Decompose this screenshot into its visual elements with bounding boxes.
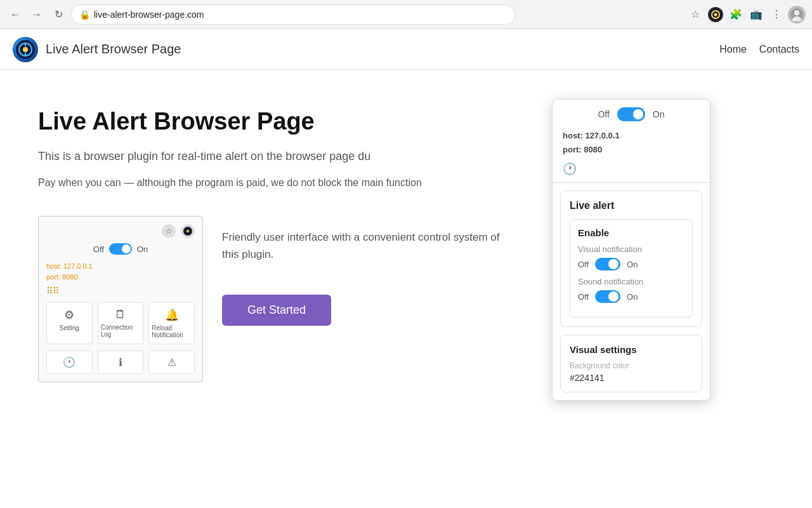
port-value: 8080 bbox=[584, 145, 602, 154]
sound-on-label: On bbox=[627, 292, 638, 302]
preview-dots: ⠿⠿ bbox=[46, 286, 195, 296]
browser-chrome: ← → ↻ 🔒 live-alert-browser-page.com ☆ 🧩 … bbox=[0, 0, 812, 29]
page-desc: This is a browser plugin for real-time a… bbox=[38, 148, 533, 165]
bookmark-button[interactable]: ☆ bbox=[686, 6, 704, 23]
preview-off-label: Off bbox=[93, 244, 104, 254]
setting-icon: ⚙ bbox=[64, 308, 74, 322]
preview-topbar: ☆ bbox=[46, 224, 195, 238]
visual-settings-title: Visual settings bbox=[570, 344, 693, 355]
preview-connection-log-cell: 🗒 Connection Log bbox=[98, 302, 144, 344]
back-button[interactable]: ← bbox=[6, 6, 24, 23]
preview-host: host: 127.0.0.1 bbox=[46, 261, 195, 272]
puzzle-button[interactable]: 🧩 bbox=[727, 6, 745, 23]
reload-label: Reload Notification bbox=[152, 324, 192, 338]
preview-reload-cell: 🔔 Reload Notification bbox=[148, 302, 195, 344]
plugin-preview: ☆ Off On host: 127.0.0.1 port: 80 bbox=[38, 216, 203, 382]
svg-point-12 bbox=[187, 230, 189, 232]
sound-notif-label: Sound notification bbox=[578, 277, 684, 286]
popup-off-label: Off bbox=[598, 109, 609, 119]
popup-panel: Off On host: 127.0.0.1 port: 8080 🕐 bbox=[552, 99, 710, 401]
navbar: Live Alert Browser Page Home Contacts bbox=[0, 29, 812, 70]
preview-star-icon: ☆ bbox=[162, 224, 176, 238]
reload-icon: 🔔 bbox=[165, 308, 179, 322]
preview-toggle[interactable] bbox=[109, 243, 132, 255]
setting-label: Setting bbox=[60, 324, 79, 331]
cast-button[interactable]: 📺 bbox=[747, 6, 765, 23]
navbar-nav: Home Contacts bbox=[719, 44, 799, 55]
visual-notif-toggle-row: Off On bbox=[578, 258, 684, 271]
svg-point-8 bbox=[23, 47, 28, 52]
visual-notif-toggle[interactable] bbox=[595, 258, 620, 271]
host-line: host: 127.0.0.1 bbox=[563, 129, 700, 143]
sound-off-label: Off bbox=[578, 292, 589, 302]
enable-card: Enable Visual notification Off On Sound … bbox=[570, 219, 693, 318]
browser-actions: ☆ 🧩 📺 ⋮ bbox=[686, 6, 806, 23]
menu-button[interactable]: ⋮ bbox=[768, 6, 785, 23]
side-text-heading: Friendly user interface with a convenien… bbox=[222, 229, 514, 263]
live-alert-section: Live alert Enable Visual notification Of… bbox=[560, 190, 702, 327]
plugin-icon bbox=[708, 7, 723, 22]
sound-notif-row: Sound notification Off On bbox=[578, 277, 684, 303]
preview-on-label: On bbox=[137, 244, 148, 254]
nav-contacts[interactable]: Contacts bbox=[759, 44, 799, 55]
page-heading: Live Alert Browser Page bbox=[38, 108, 533, 135]
svg-point-4 bbox=[794, 10, 799, 15]
popup-main-toggle[interactable] bbox=[617, 107, 645, 121]
brand-title: Live Alert Browser Page bbox=[46, 42, 181, 57]
preview-info-icon: ℹ bbox=[98, 351, 144, 374]
port-line: port: 8080 bbox=[563, 143, 700, 157]
visual-notif-label: Visual notification bbox=[578, 244, 684, 254]
clock-icon: 🕐 bbox=[563, 163, 577, 175]
preview-alert-icon: ⚠ bbox=[148, 351, 195, 374]
clock-icon-row: 🕐 bbox=[563, 162, 700, 176]
preview-port: port: 8080 bbox=[46, 272, 195, 283]
preview-plugin-icon bbox=[181, 224, 195, 238]
page-note: Pay when you can — although the program … bbox=[38, 175, 533, 190]
connection-log-icon: 🗒 bbox=[115, 308, 126, 321]
nav-home[interactable]: Home bbox=[719, 44, 747, 55]
page-wrapper: Live Alert Browser Page Home Contacts Li… bbox=[0, 29, 812, 508]
visual-on-label: On bbox=[627, 260, 638, 269]
live-alert-title: Live alert bbox=[570, 200, 693, 211]
address-bar[interactable]: 🔒 live-alert-browser-page.com bbox=[71, 4, 515, 25]
side-text: Friendly user interface with a convenien… bbox=[203, 216, 533, 338]
lock-icon: 🔒 bbox=[79, 10, 90, 20]
host-label: host: bbox=[563, 131, 583, 140]
sound-notif-toggle-row: Off On bbox=[578, 290, 684, 303]
port-label: port: bbox=[563, 145, 582, 154]
popup-toggle-row: Off On bbox=[563, 107, 700, 121]
reload-button[interactable]: ↻ bbox=[49, 6, 67, 23]
host-value: 127.0.0.1 bbox=[585, 131, 619, 140]
preview-toggle-row: Off On bbox=[46, 243, 195, 255]
url-text: live-alert-browser-page.com bbox=[94, 10, 204, 20]
sound-notif-toggle[interactable] bbox=[595, 290, 620, 303]
preview-bottom-row: 🕐 ℹ ⚠ bbox=[46, 351, 195, 374]
bg-color-value: #224141 bbox=[570, 373, 693, 383]
visual-settings-section: Visual settings Background color #224141 bbox=[560, 335, 702, 392]
preview-clock-icon: 🕐 bbox=[46, 351, 93, 374]
profile-avatar[interactable] bbox=[788, 6, 806, 23]
brand-icon bbox=[13, 37, 38, 62]
preview-icons-grid: ⚙ Setting 🗒 Connection Log 🔔 Reload Noti… bbox=[46, 302, 195, 344]
popup-top: Off On host: 127.0.0.1 port: 8080 🕐 bbox=[553, 100, 710, 183]
preview-host-info: host: 127.0.0.1 port: 8080 bbox=[46, 261, 195, 282]
host-info: host: 127.0.0.1 port: 8080 bbox=[563, 129, 700, 157]
bg-color-label: Background color bbox=[570, 361, 693, 370]
visual-off-label: Off bbox=[578, 260, 589, 269]
forward-button[interactable]: → bbox=[28, 6, 46, 23]
svg-point-2 bbox=[714, 13, 717, 16]
preview-setting-cell: ⚙ Setting bbox=[46, 302, 93, 344]
enable-title: Enable bbox=[578, 227, 684, 238]
preview-section: ☆ Off On host: 127.0.0.1 port: 80 bbox=[38, 216, 533, 382]
main-content: Live Alert Browser Page This is a browse… bbox=[0, 70, 571, 408]
get-started-button[interactable]: Get Started bbox=[222, 295, 331, 326]
navbar-brand: Live Alert Browser Page bbox=[13, 37, 181, 62]
connection-log-label: Connection Log bbox=[101, 324, 141, 338]
popup-on-label: On bbox=[653, 109, 665, 119]
plugin-icon-button[interactable] bbox=[707, 6, 724, 23]
visual-notif-row: Visual notification Off On bbox=[578, 244, 684, 271]
popup-body[interactable]: Live alert Enable Visual notification Of… bbox=[553, 183, 710, 392]
